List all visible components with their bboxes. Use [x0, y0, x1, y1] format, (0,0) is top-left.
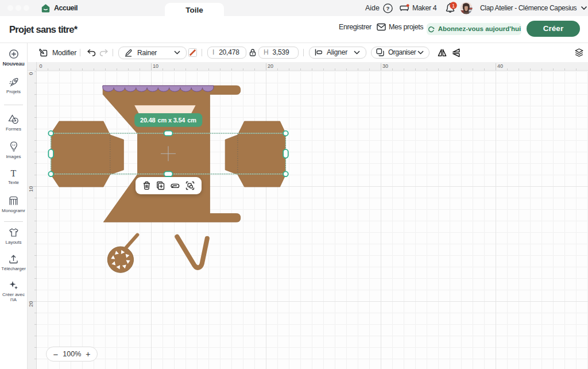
svg-text:20.48 cm x 3.54 cm: 20.48 cm x 3.54 cm	[140, 117, 196, 124]
svg-text:T: T	[11, 169, 17, 178]
svg-text:?: ?	[386, 5, 390, 11]
svg-text:1: 1	[452, 3, 455, 9]
